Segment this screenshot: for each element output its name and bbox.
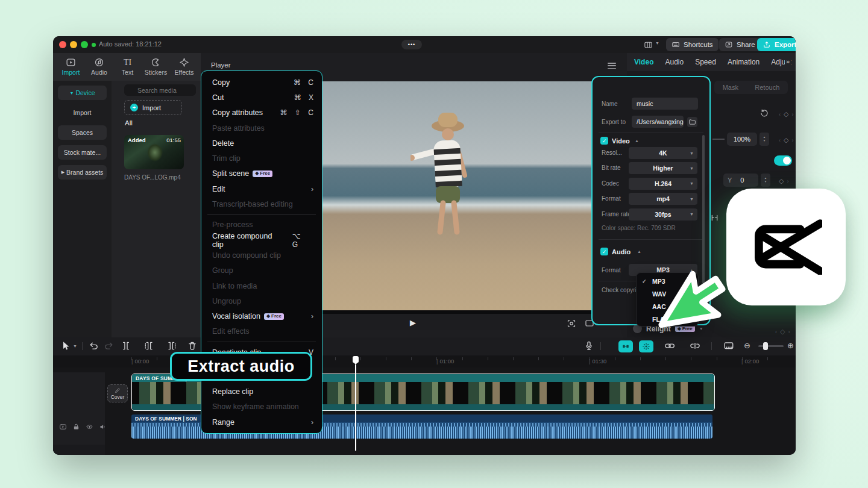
more-tabs-icon[interactable]: »: [785, 58, 791, 65]
cover-button[interactable]: Cover: [107, 384, 128, 402]
nav-tab-import[interactable]: Import: [57, 55, 85, 81]
free-badge-icon: ◆: [255, 171, 259, 176]
y-position-box[interactable]: Y 0: [723, 174, 758, 187]
eye-icon[interactable]: [86, 423, 93, 431]
scale-stepper[interactable]: ▲▼: [760, 133, 769, 146]
layout-icon[interactable]: [644, 40, 653, 49]
menu-item-copy-attributes[interactable]: Copy attributes⌘ ⇧ C: [201, 105, 322, 120]
playhead-handle[interactable]: [353, 356, 359, 363]
sidebar-item-import[interactable]: Import: [58, 105, 107, 120]
media-clip-thumbnail[interactable]: Added 01:55: [124, 135, 184, 169]
relight-keyframe-nav[interactable]: ‹◇›: [775, 328, 790, 336]
setting-select-frame-rate[interactable]: 30fps▼: [629, 208, 697, 221]
import-media-button[interactable]: + Import: [124, 100, 182, 115]
undo-icon[interactable]: [88, 340, 99, 351]
reset-icon[interactable]: [760, 108, 769, 118]
preview-frames-icon[interactable]: [723, 340, 734, 351]
menu-item-label: Copy attributes: [212, 108, 263, 117]
player-menu-icon[interactable]: [608, 63, 616, 69]
keyframe-nav[interactable]: ‹◇›: [779, 110, 793, 118]
speaker-icon[interactable]: [99, 423, 107, 431]
menu-item-range[interactable]: Range›: [201, 414, 322, 430]
share-button[interactable]: Share: [719, 38, 761, 51]
menu-item-edit[interactable]: Edit›: [201, 181, 322, 196]
y-stepper[interactable]: ▲▼: [761, 174, 770, 187]
scale-value-box[interactable]: 100%: [727, 133, 757, 146]
sidebar-item-stock-mate-[interactable]: Stock mate...: [58, 145, 107, 160]
record-mic-icon[interactable]: [583, 340, 594, 351]
video-checkbox[interactable]: ✓: [600, 137, 608, 145]
minimize-traffic-light[interactable]: [70, 41, 77, 48]
layout-caret-icon[interactable]: ▼: [655, 41, 659, 45]
shortcuts-label: Shortcuts: [684, 41, 713, 48]
select-tool-icon[interactable]: [60, 340, 71, 351]
menu-item-delete[interactable]: Delete: [201, 136, 322, 151]
zoom-in-icon[interactable]: ⊕: [787, 341, 794, 350]
dialog-scrollbar[interactable]: [702, 135, 705, 284]
more-options-button[interactable]: •••: [401, 40, 422, 49]
name-input[interactable]: [632, 98, 698, 110]
timeline-zoom-slider[interactable]: [758, 345, 784, 347]
redo-icon[interactable]: [104, 340, 115, 351]
split-right-icon[interactable]: [166, 340, 177, 351]
magnetic-snap-button[interactable]: [618, 340, 633, 352]
sidebar-item-spaces[interactable]: Spaces: [58, 125, 107, 140]
nav-tab-text[interactable]: TIText: [113, 55, 142, 81]
nav-tab-effects[interactable]: Effects: [170, 55, 198, 81]
auto-keyframe-button[interactable]: [639, 340, 653, 352]
split-icon[interactable]: [121, 340, 131, 351]
scale-slider-track[interactable]: [712, 139, 725, 140]
video-collapse-caret-icon[interactable]: ▲: [635, 139, 639, 143]
subtab-mask[interactable]: Mask: [723, 84, 738, 91]
zoom-out-icon[interactable]: ⊖: [744, 341, 750, 350]
menu-item-replace-clip[interactable]: Replace clip: [201, 384, 322, 399]
export-button[interactable]: Export: [757, 38, 796, 51]
audio-checkbox[interactable]: ✓: [600, 248, 608, 255]
panel-resize-handle-icon[interactable]: [710, 213, 719, 222]
property-toggle-on[interactable]: [774, 155, 792, 166]
setting-select-codec[interactable]: H.264▼: [629, 178, 697, 190]
export-to-value[interactable]: /Users/wangxingguo/...: [632, 116, 684, 128]
select-tool-caret-icon[interactable]: ▼: [73, 344, 77, 348]
ruler-time-label: 00:00: [134, 358, 149, 364]
properties-tab-audio[interactable]: Audio: [665, 58, 684, 66]
y-keyframe-nav[interactable]: ◇›: [779, 177, 788, 185]
setting-select-bit-rate[interactable]: Higher▼: [629, 162, 697, 174]
nav-tab-stickers[interactable]: Stickers: [142, 55, 170, 81]
split-left-icon[interactable]: [143, 340, 154, 351]
nav-tab-audio[interactable]: Audio: [85, 55, 113, 81]
caret-down-icon: ▼: [69, 91, 74, 95]
relight-caret-icon[interactable]: ▼: [699, 327, 703, 331]
zoom-traffic-light[interactable]: [81, 41, 88, 48]
search-input[interactable]: [124, 84, 196, 96]
close-traffic-light[interactable]: [59, 41, 66, 48]
sidebar-item-device[interactable]: ▼Device: [58, 86, 107, 100]
timeline-zoom-knob[interactable]: [763, 342, 768, 350]
folder-icon[interactable]: [687, 117, 697, 127]
subtab-retouch[interactable]: Retouch: [755, 84, 779, 91]
unlink-icon[interactable]: [690, 340, 700, 351]
delete-icon[interactable]: [187, 340, 198, 351]
properties-tab-animation[interactable]: Animation: [728, 58, 760, 66]
timeline-ruler[interactable]: |00:00|01:00|01:30|02:00: [53, 355, 796, 368]
fit-screen-icon[interactable]: [567, 319, 576, 328]
lock-icon[interactable]: [72, 423, 80, 431]
play-button[interactable]: ▶: [410, 318, 416, 327]
properties-tab-video[interactable]: Video: [634, 58, 653, 66]
menu-item-vocal-isolation[interactable]: Vocal isolation◆Free›: [201, 308, 322, 324]
setting-select-format[interactable]: mp4▼: [629, 193, 697, 205]
menu-item-cut[interactable]: Cut⌘ X: [201, 90, 322, 105]
scale-keyframe-nav[interactable]: ‹◇›: [779, 136, 793, 144]
link-icon[interactable]: [664, 340, 675, 351]
setting-value: 30fps: [655, 211, 671, 218]
properties-tab-speed[interactable]: Speed: [695, 58, 716, 66]
setting-label: Format: [602, 195, 621, 202]
audio-collapse-caret-icon[interactable]: ▲: [637, 249, 641, 254]
sidebar-item-brand-assets[interactable]: ▶Brand assets: [58, 165, 107, 180]
shortcuts-button[interactable]: Shortcuts: [666, 38, 719, 51]
menu-item-copy[interactable]: Copy⌘ C: [201, 75, 322, 90]
setting-select-resol-[interactable]: 4K▼: [629, 147, 697, 159]
menu-item-split-scene[interactable]: Split scene◆Free: [201, 166, 322, 181]
menu-item-create-compound-clip[interactable]: Create compound clip⌥ G: [201, 233, 322, 248]
extract-audio-callout[interactable]: Extract audio: [170, 352, 312, 381]
